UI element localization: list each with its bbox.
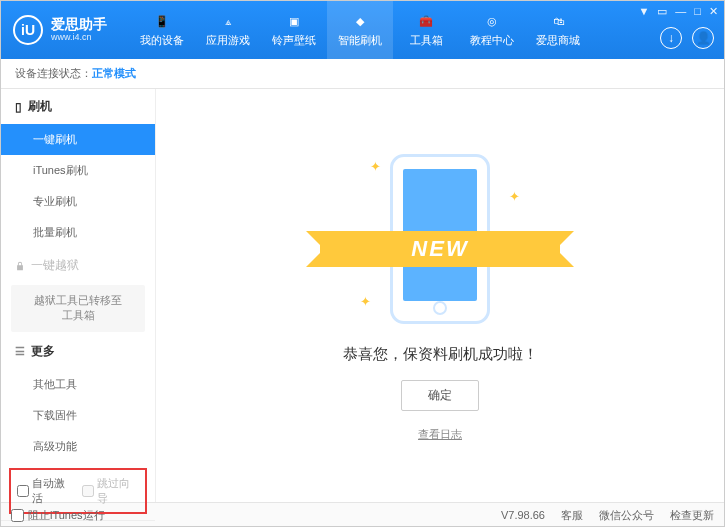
footer-update[interactable]: 检查更新 (670, 508, 714, 523)
new-ribbon: NEW (320, 231, 560, 267)
sidebar-item-download-firmware[interactable]: 下载固件 (1, 400, 155, 431)
sparkle-icon: ✦ (360, 294, 371, 309)
download-icon[interactable]: ↓ (660, 27, 682, 49)
tab-flash[interactable]: ◆智能刷机 (327, 1, 393, 59)
ok-button[interactable]: 确定 (401, 380, 479, 411)
footer-wechat[interactable]: 微信公众号 (599, 508, 654, 523)
flash-icon: ◆ (351, 12, 369, 30)
sidebar-item-advanced[interactable]: 高级功能 (1, 431, 155, 462)
sidebar-item-oneclick-flash[interactable]: 一键刷机 (1, 124, 155, 155)
version-label: V7.98.66 (501, 509, 545, 521)
sidebar-header-more[interactable]: ☰更多 (1, 334, 155, 369)
sidebar-header-jailbreak: 一键越狱 (1, 248, 155, 283)
bag-icon: 🛍 (549, 12, 567, 30)
header-action-icons: ↓ 👤 (660, 27, 714, 49)
apps-icon: ⟁ (219, 12, 237, 30)
close-icon[interactable]: ✕ (709, 5, 718, 18)
sidebar-item-jailbreak-moved[interactable]: 越狱工具已转移至 工具箱 (11, 285, 145, 332)
sidebar-item-other-tools[interactable]: 其他工具 (1, 369, 155, 400)
maximize-icon[interactable]: □ (694, 5, 701, 18)
main-content: ✦ ✦ ✦ NEW 恭喜您，保资料刷机成功啦！ 确定 查看日志 (156, 89, 724, 502)
tab-ringtones[interactable]: ▣铃声壁纸 (261, 1, 327, 59)
sidebar-item-batch-flash[interactable]: 批量刷机 (1, 217, 155, 248)
logo: iU 爱思助手 www.i4.cn (13, 15, 107, 45)
compact-icon[interactable]: ▭ (657, 5, 667, 18)
app-header: iU 爱思助手 www.i4.cn 📱我的设备 ⟁应用游戏 ▣铃声壁纸 ◆智能刷… (1, 1, 724, 59)
status-value: 正常模式 (92, 67, 136, 79)
window-controls: ▼ ▭ — □ ✕ (638, 5, 718, 18)
menu-icon[interactable]: ▼ (638, 5, 649, 18)
sparkle-icon: ✦ (370, 159, 381, 174)
book-icon: ◎ (483, 12, 501, 30)
tab-apps[interactable]: ⟁应用游戏 (195, 1, 261, 59)
lock-icon (15, 261, 25, 271)
sidebar: ▯刷机 一键刷机 iTunes刷机 专业刷机 批量刷机 一键越狱 越狱工具已转移… (1, 89, 156, 502)
logo-icon: iU (13, 15, 43, 45)
success-illustration: ✦ ✦ ✦ NEW (340, 149, 540, 329)
status-bar: 设备连接状态：正常模式 (1, 59, 724, 89)
tab-tutorials[interactable]: ◎教程中心 (459, 1, 525, 59)
sidebar-item-pro-flash[interactable]: 专业刷机 (1, 186, 155, 217)
tab-my-device[interactable]: 📱我的设备 (129, 1, 195, 59)
success-message: 恭喜您，保资料刷机成功啦！ (343, 345, 538, 364)
nav-tabs: 📱我的设备 ⟁应用游戏 ▣铃声壁纸 ◆智能刷机 🧰工具箱 ◎教程中心 🛍爱思商城 (129, 1, 591, 59)
sparkle-icon: ✦ (509, 189, 520, 204)
phone-icon: 📱 (153, 12, 171, 30)
app-title: 爱思助手 (51, 17, 107, 32)
tab-store[interactable]: 🛍爱思商城 (525, 1, 591, 59)
sidebar-item-itunes-flash[interactable]: iTunes刷机 (1, 155, 155, 186)
phone-icon: ▯ (15, 100, 22, 114)
minimize-icon[interactable]: — (675, 5, 686, 18)
app-url: www.i4.cn (51, 33, 107, 43)
user-icon[interactable]: 👤 (692, 27, 714, 49)
sidebar-header-flash[interactable]: ▯刷机 (1, 89, 155, 124)
view-log-link[interactable]: 查看日志 (418, 427, 462, 442)
status-label: 设备连接状态： (15, 67, 92, 79)
checkbox-auto-activate[interactable]: 自动激活 (17, 476, 74, 506)
picture-icon: ▣ (285, 12, 303, 30)
toolbox-icon: 🧰 (417, 12, 435, 30)
footer-service[interactable]: 客服 (561, 508, 583, 523)
checkbox-block-itunes[interactable]: 阻止iTunes运行 (11, 508, 105, 523)
list-icon: ☰ (15, 345, 25, 358)
tab-toolbox[interactable]: 🧰工具箱 (393, 1, 459, 59)
checkbox-skip-setup[interactable]: 跳过向导 (82, 476, 139, 506)
